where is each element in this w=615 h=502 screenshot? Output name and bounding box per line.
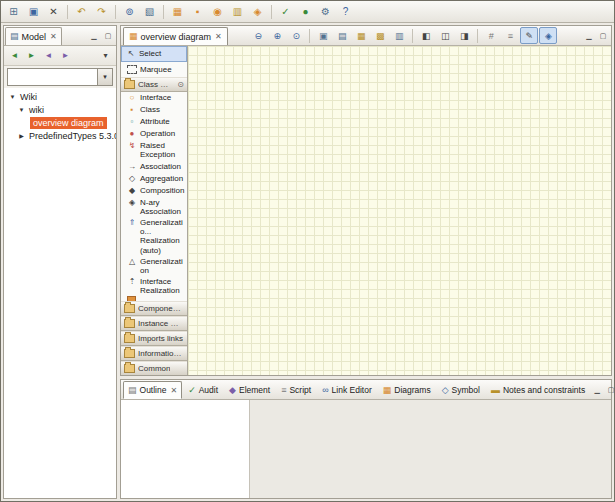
distribute-button[interactable]: ≡: [501, 27, 519, 44]
toolbar-separator: [115, 5, 116, 19]
settings-button[interactable]: ⚙: [316, 2, 335, 21]
close-icon[interactable]: ✕: [215, 32, 222, 41]
tab-label: Notes and constraints: [503, 385, 585, 395]
tree-item-wiki-project[interactable]: ▼ Wiki: [4, 90, 116, 103]
close-icon[interactable]: ✕: [50, 32, 57, 41]
new-use-case-diagram-button[interactable]: ◉: [208, 2, 227, 21]
search-button[interactable]: ⊚: [120, 2, 139, 21]
palette-item-raised-exception[interactable]: ↯ Raised Exception: [121, 140, 187, 160]
zoom-100-button[interactable]: ⊙: [287, 27, 305, 44]
maximize-icon[interactable]: ▢: [605, 384, 615, 396]
tree-item-predefined-types[interactable]: ▶ PredefinedTypes 5.3.00: [4, 129, 116, 142]
align-left-button[interactable]: ◧: [417, 27, 435, 44]
close-icon[interactable]: ✕: [170, 386, 177, 395]
palette-drawer-common[interactable]: Common: [121, 361, 187, 375]
new-sequence-diagram-button[interactable]: ▥: [228, 2, 247, 21]
model-view-tab[interactable]: ▤ Model ✕: [5, 27, 62, 45]
new-package-diagram-button[interactable]: ▦: [168, 2, 187, 21]
palette-drawer-class-model[interactable]: Class model ⊙: [121, 77, 187, 92]
tab-symbol[interactable]: ◇ Symbol: [437, 381, 485, 399]
show-grid-button[interactable]: ▦: [352, 27, 370, 44]
palette-item-label: Generalizatio... Realization (auto): [140, 218, 186, 255]
maximize-icon[interactable]: ▢: [597, 30, 609, 42]
n-ary-association-icon: ◈: [127, 198, 137, 208]
drawer-label: Imports links: [138, 334, 183, 343]
palette-item-class[interactable]: ▪ Class: [121, 104, 187, 116]
print-diagram-button[interactable]: ▤: [333, 27, 351, 44]
palette-tool-select[interactable]: ↖ Select: [121, 46, 187, 62]
outline-preview-area[interactable]: [121, 400, 250, 498]
zoom-in-button[interactable]: ⊕: [268, 27, 286, 44]
back-arrow-icon: ◄: [11, 51, 19, 60]
new-model-button[interactable]: ⊞: [4, 2, 23, 21]
new-class-diagram-button[interactable]: ▪: [188, 2, 207, 21]
undo-button[interactable]: ↶: [72, 2, 91, 21]
drawer-label: Class model: [138, 80, 174, 89]
palette-drawer-instance-model[interactable]: Instance model: [121, 316, 187, 331]
tab-audit[interactable]: ✓ Audit: [183, 381, 223, 399]
palette-item-operation[interactable]: ● Operation: [121, 128, 187, 140]
palette-tool-marquee[interactable]: Marquee: [121, 62, 187, 77]
editor-tab-overview-diagram[interactable]: ▦ overview diagram ✕: [123, 27, 228, 45]
model-icon: ▤: [10, 32, 19, 41]
save-button[interactable]: ▣: [24, 2, 43, 21]
tab-label: Audit: [199, 385, 218, 395]
align-right-button[interactable]: ◨: [455, 27, 473, 44]
tab-outline[interactable]: ▤ Outline ✕: [123, 381, 182, 399]
tab-label: Symbol: [452, 385, 480, 395]
palette-item-composition[interactable]: ◆ Composition: [121, 185, 187, 197]
expander-icon[interactable]: ▼: [17, 107, 26, 113]
palette-item-interface[interactable]: ○ Interface: [121, 92, 187, 104]
edit-mode-button[interactable]: ✎: [520, 27, 538, 44]
snap-to-grid-button[interactable]: ▩: [371, 27, 389, 44]
grid-visibility-button[interactable]: #: [482, 27, 500, 44]
tree-item-wiki-package[interactable]: ▼ wiki: [4, 103, 116, 116]
redo-button[interactable]: ↷: [92, 2, 111, 21]
palette-item-attribute[interactable]: ▫ Attribute: [121, 116, 187, 128]
palette-drawer-imports-links[interactable]: Imports links: [121, 331, 187, 346]
palette-item-aggregation[interactable]: ◇ Aggregation: [121, 173, 187, 185]
drawer-pin-icon[interactable]: ⊙: [177, 80, 184, 89]
previous-element-button[interactable]: ◄: [41, 48, 56, 63]
tree-item-overview-diagram[interactable]: overview diagram: [4, 116, 116, 129]
combo-dropdown-button[interactable]: ▾: [97, 69, 112, 85]
check-model-button[interactable]: ✓: [276, 2, 295, 21]
minimize-icon[interactable]: ▁: [591, 384, 603, 396]
view-menu-button[interactable]: ▾: [98, 48, 113, 63]
model-filter-combo[interactable]: ▾: [7, 68, 113, 86]
expander-icon[interactable]: ▼: [8, 94, 17, 100]
minimize-icon[interactable]: ▁: [88, 30, 100, 42]
palette-item-n-ary-association[interactable]: ◈ N-ary Association: [121, 197, 187, 217]
open-view-button[interactable]: ▧: [140, 2, 159, 21]
export-image-button[interactable]: ▣: [314, 27, 332, 44]
generalization-icon: △: [127, 257, 137, 267]
page-breaks-button[interactable]: ▥: [390, 27, 408, 44]
diagram-canvas[interactable]: [188, 46, 611, 375]
zoom-out-button[interactable]: ⊖: [249, 27, 267, 44]
tab-notes-and-constraints[interactable]: ▬ Notes and constraints: [486, 381, 590, 399]
maximize-icon[interactable]: ▢: [102, 30, 114, 42]
tab-link-editor[interactable]: ∞ Link Editor: [317, 381, 377, 399]
next-element-button[interactable]: ►: [58, 48, 73, 63]
delete-button[interactable]: ✕: [44, 2, 63, 21]
operation-icon: ●: [127, 129, 137, 139]
minimize-icon[interactable]: ▁: [583, 30, 595, 42]
palette-item-generalization-realization-auto[interactable]: ⇑ Generalizatio... Realization (auto): [121, 217, 187, 256]
help-button[interactable]: ?: [336, 2, 355, 21]
palette-item-generalization[interactable]: △ Generalization: [121, 256, 187, 276]
palette-item-interface-realization[interactable]: ⇡ Interface Realization: [121, 276, 187, 296]
smart-links-button[interactable]: ◈: [539, 27, 557, 44]
tab-element[interactable]: ◆ Element: [224, 381, 275, 399]
palette-item-label: Association: [140, 162, 181, 171]
tab-script[interactable]: ≡ Script: [276, 381, 316, 399]
expander-icon[interactable]: ▶: [17, 132, 26, 139]
new-state-diagram-button[interactable]: ◈: [248, 2, 267, 21]
back-button[interactable]: ◄: [7, 48, 22, 63]
palette-drawer-component-model[interactable]: Component mo...: [121, 301, 187, 316]
run-audit-button[interactable]: ●: [296, 2, 315, 21]
palette-item-association[interactable]: → Association: [121, 161, 187, 173]
forward-button[interactable]: ►: [24, 48, 39, 63]
palette-drawer-information-flow[interactable]: Information Flo...: [121, 346, 187, 361]
align-center-button[interactable]: ◫: [436, 27, 454, 44]
tab-diagrams[interactable]: ▦ Diagrams: [378, 381, 436, 399]
